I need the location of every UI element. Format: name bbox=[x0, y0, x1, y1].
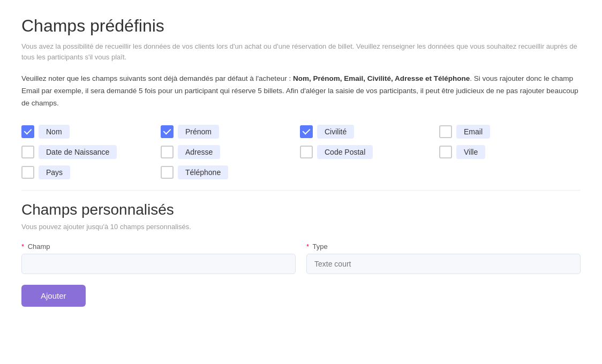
champ-required-star: * bbox=[21, 242, 24, 251]
checkbox-nom[interactable] bbox=[21, 125, 34, 138]
checkbox-item-email: Email bbox=[439, 125, 578, 139]
section-divider bbox=[21, 190, 581, 191]
custom-fields-section: Champs personnalisés Vous pouvez ajouter… bbox=[21, 201, 581, 307]
checkbox-ville[interactable] bbox=[439, 146, 452, 158]
type-required-star: * bbox=[306, 242, 309, 251]
info-text-plain: Veuillez noter que les champs suivants s… bbox=[21, 74, 293, 82]
checkbox-row-1: Nom Prénom Civilité Email bbox=[21, 125, 581, 139]
checkbox-item-ville: Ville bbox=[439, 145, 578, 159]
champ-input[interactable] bbox=[21, 254, 296, 274]
checkbox-item-pays: Pays bbox=[21, 165, 161, 179]
type-input[interactable] bbox=[306, 254, 581, 274]
field-label-datenaissance: Date de Naissance bbox=[39, 145, 117, 159]
checkbox-item-telephone: Téléphone bbox=[161, 165, 300, 179]
champ-group: * Champ bbox=[21, 242, 296, 274]
field-label-telephone: Téléphone bbox=[178, 165, 228, 179]
checkbox-item-adresse: Adresse bbox=[161, 145, 300, 159]
checkbox-item-datenaissance: Date de Naissance bbox=[21, 145, 161, 159]
checkbox-telephone[interactable] bbox=[161, 166, 174, 179]
field-label-email: Email bbox=[456, 125, 490, 139]
checkbox-codepostal[interactable] bbox=[300, 146, 313, 158]
checkbox-datenaissance[interactable] bbox=[21, 146, 34, 158]
checkbox-pays[interactable] bbox=[21, 166, 34, 179]
field-label-prenom: Prénom bbox=[178, 125, 219, 139]
custom-form-row: * Champ * Type bbox=[21, 242, 581, 274]
info-text: Veuillez noter que les champs suivants s… bbox=[21, 73, 581, 110]
checkbox-adresse[interactable] bbox=[161, 146, 174, 158]
field-label-codepostal: Code Postal bbox=[317, 145, 373, 159]
predefined-section: Champs prédéfinis Vous avez la possibili… bbox=[21, 16, 581, 179]
checkbox-civilite[interactable] bbox=[300, 125, 313, 138]
field-label-ville: Ville bbox=[456, 145, 485, 159]
field-label-adresse: Adresse bbox=[178, 145, 220, 159]
info-text-bold: Nom, Prénom, Email, Civilité, Adresse et… bbox=[293, 74, 470, 82]
checkbox-row-3: Pays Téléphone bbox=[21, 165, 581, 179]
field-label-pays: Pays bbox=[39, 165, 70, 179]
champ-label: * Champ bbox=[21, 242, 296, 251]
custom-title: Champs personnalisés bbox=[21, 201, 581, 218]
custom-subtitle: Vous pouvez ajouter jusqu'à 10 champs pe… bbox=[21, 222, 581, 232]
checkbox-item-codepostal: Code Postal bbox=[300, 145, 439, 159]
checkbox-item-prenom: Prénom bbox=[161, 125, 300, 139]
checkbox-row-2: Date de Naissance Adresse Code Postal Vi… bbox=[21, 145, 581, 159]
field-label-civilite: Civilité bbox=[317, 125, 354, 139]
field-label-nom: Nom bbox=[39, 125, 70, 139]
type-label: * Type bbox=[306, 242, 581, 251]
checkbox-item-nom: Nom bbox=[21, 125, 161, 139]
type-group: * Type bbox=[306, 242, 581, 274]
predefined-subtitle: Vous avez la possibilité de recueillir l… bbox=[21, 41, 581, 62]
add-button[interactable]: Ajouter bbox=[21, 285, 86, 307]
predefined-title: Champs prédéfinis bbox=[21, 16, 581, 36]
checkbox-item-civilite: Civilité bbox=[300, 125, 439, 139]
checkbox-prenom[interactable] bbox=[161, 125, 174, 138]
checkbox-email[interactable] bbox=[439, 125, 452, 138]
